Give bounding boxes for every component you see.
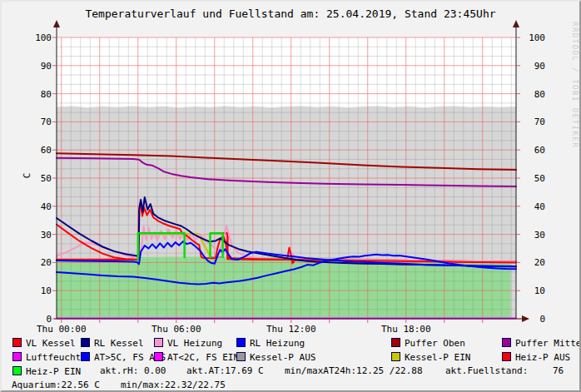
legend-swatch: [154, 352, 163, 361]
legend-item-rl-heizung: RL Heizung: [236, 338, 305, 349]
y-axis-title: C: [22, 173, 32, 179]
y-tick-label-right: 90: [534, 61, 545, 72]
y-tick-label: 30: [41, 230, 52, 241]
legend-swatch: [391, 338, 400, 347]
legend-label: VL Heizung: [167, 338, 222, 349]
legend-label: AT<2C, FS EIN: [167, 352, 239, 363]
legend-item-rl-kessel: RL Kessel: [81, 338, 144, 349]
legend-label: VL Kessel: [26, 338, 76, 349]
y-tick-label-right: 80: [534, 89, 545, 100]
stat-text: Aquarium:22.56 C: [12, 380, 100, 390]
stat-text: min/maxAT24h:12.25 /22.88: [285, 366, 423, 376]
legend-item-at-5c-fs-aus: AT>5C, FS AUS: [81, 352, 166, 363]
legend-label: Luftfeuchte: [26, 352, 87, 363]
y-tick-label-right: 70: [534, 117, 545, 127]
legend-item-puffer-mitte: Puffer Mitte: [502, 338, 581, 349]
legend-swatch: [236, 338, 246, 347]
legend-label: Puffer Mitte: [515, 338, 581, 349]
legend-swatch: [154, 338, 163, 347]
y-tick-label: 90: [41, 61, 52, 72]
stat-text: akt.AT:17.69 C: [186, 366, 264, 376]
legend-label: RL Kessel: [94, 338, 144, 349]
legend-swatch: [81, 352, 90, 361]
y-tick-label: 60: [41, 145, 52, 156]
legend-swatch: [81, 338, 90, 347]
y-tick-label-right: 50: [534, 173, 545, 184]
legend-item-kessel-p-aus: Kessel-P AUS: [236, 352, 315, 363]
y-tick-label-right: 20: [534, 257, 545, 268]
stat-text: 76: [553, 366, 564, 376]
y-tick-label-right: 10: [534, 285, 545, 296]
legend-label: Puffer Oben: [405, 338, 465, 349]
y-tick-label: 10: [41, 285, 52, 296]
stat-text: min/max:22.32/22.75: [121, 380, 226, 390]
x-tick-label: Thu 18:00: [381, 324, 431, 335]
y-tick-label-right: 100: [529, 32, 545, 43]
legend-item-vl-kessel: VL Kessel: [12, 338, 76, 349]
legend-swatch: [236, 352, 246, 361]
legend-label: Heiz-P AUS: [515, 352, 570, 363]
legend-item-puffer-oben: Puffer Oben: [391, 338, 465, 349]
stat-text: akt.Fuellstand:: [445, 366, 528, 376]
rrdtool-watermark: RRDTOOL / TOBI OETIKER: [571, 22, 579, 148]
x-axis-arrow: [522, 315, 529, 322]
y-tick-label: 100: [35, 32, 52, 43]
y-tick-label: 50: [41, 173, 52, 184]
y-axis-arrow-right: [513, 20, 519, 27]
legend-item-heiz-p-aus: Heiz-P AUS: [502, 352, 570, 363]
legend-label: Kessel-P AUS: [250, 352, 315, 363]
legend-swatch: [12, 338, 22, 347]
y-axis-arrow-left: [53, 20, 60, 27]
legend-swatch: [502, 338, 511, 347]
temperature-chart: 0010102020303040405050606070708080909010…: [2, 2, 581, 335]
legend-swatch: [12, 352, 22, 361]
rrd-graph-image: Temperaturverlauf und Fuellstand am: 25.…: [0, 0, 581, 392]
legend-swatch: [502, 352, 511, 361]
legend-swatch: [391, 352, 400, 361]
y-tick-label-right: 40: [534, 201, 545, 212]
y-tick-label-right: 60: [534, 145, 545, 156]
y-tick-label: 70: [41, 117, 52, 127]
y-tick-label: 20: [41, 257, 52, 268]
y-tick-label-right: 0: [539, 314, 545, 325]
legend-item-vl-heizung: VL Heizung: [154, 338, 222, 349]
stat-text: akt.rH: 0.00: [100, 366, 166, 376]
y-tick-label: 80: [41, 89, 52, 100]
legend-item-heiz-p-ein: Heiz-P EIN: [12, 366, 81, 377]
legend-item-at-2c-fs-ein: AT<2C, FS EIN: [154, 352, 239, 363]
legend-item-luftfeuchte: Luftfeuchte: [12, 352, 87, 363]
legend-label: Kessel-P EIN: [405, 352, 470, 363]
legend-label: RL Heizung: [250, 338, 305, 349]
legend-item-kessel-p-ein: Kessel-P EIN: [391, 352, 470, 363]
x-tick-label: Thu 00:00: [37, 324, 87, 335]
x-tick-label: Thu 12:00: [266, 324, 316, 335]
y-tick-label: 40: [41, 201, 52, 212]
legend-label: Heiz-P EIN: [26, 366, 81, 377]
legend-swatch: [12, 366, 22, 375]
y-tick-label-right: 30: [534, 230, 545, 241]
x-tick-label: Thu 06:00: [151, 324, 201, 335]
